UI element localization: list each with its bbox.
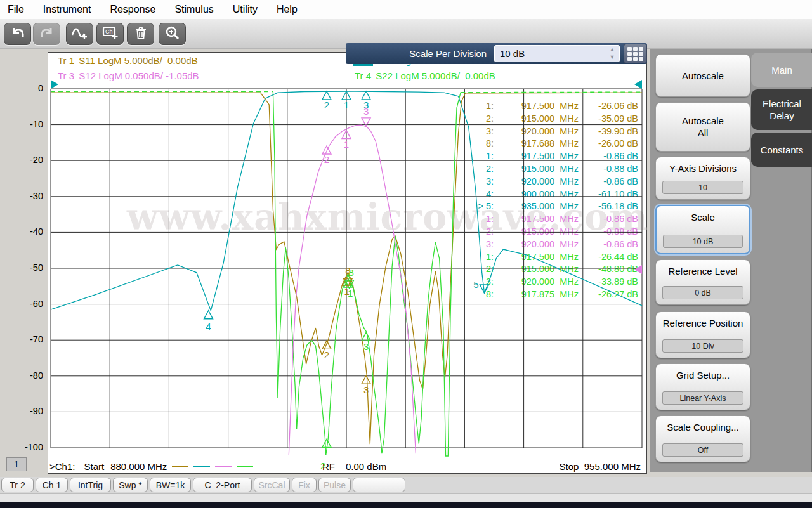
readout-cell: 2: [471, 163, 494, 176]
menu-bar: FileInstrumentResponseStimulusUtilityHel… [0, 0, 812, 19]
reference-level-button[interactable]: Reference Level0 dB [655, 259, 750, 305]
legend-tr4[interactable]: Tr 4 S22 LogM 5.000dB/ 0.00dB [353, 70, 495, 81]
spinner-up-icon[interactable]: ▲ [607, 47, 617, 53]
readout-cell: 3: [471, 238, 494, 251]
menu-utility[interactable]: Utility [233, 4, 258, 15]
statusbar-swp--button[interactable]: Swp * [113, 478, 148, 492]
channel-number-badge[interactable]: 1 [6, 457, 27, 471]
menu-stimulus[interactable]: Stimulus [174, 4, 213, 15]
trace-format: S11 LogM 5.000dB/ 0.00dB [76, 55, 198, 66]
readout-cell: 920.000 MHz [494, 176, 579, 188]
trace-tag: Tr 3 [56, 70, 76, 81]
tab-constants[interactable]: Constants [751, 133, 812, 167]
y-axis-divisions-button[interactable]: Y-Axis Divisions10 [655, 157, 750, 200]
tab-electrical-delay[interactable]: Electrical Delay [751, 89, 812, 130]
readout-cell: 935.000 MHz [494, 200, 579, 213]
readout-cell: -26.44 dB [579, 251, 638, 264]
start-label: Start [84, 461, 104, 472]
trace-format: S22 LogM 5.000dB/ 0.00dB [373, 70, 495, 81]
undo-button[interactable] [4, 23, 31, 45]
readout-cell: 3: [471, 276, 494, 289]
statusbar-c-2-port-button[interactable]: C 2-Port [193, 478, 252, 492]
scale-per-division-value: 10 dB [500, 48, 525, 59]
readout-cell: -0.86 dB [579, 213, 638, 226]
menu-instrument[interactable]: Instrument [43, 4, 91, 15]
spinner[interactable]: ▲ ▼ [607, 47, 617, 60]
menu-help[interactable]: Help [277, 4, 298, 15]
readout-cell: 900.000 MHz [494, 188, 579, 201]
add-channel-button[interactable]: Ch [96, 23, 124, 45]
scale-per-division-input[interactable]: 10 dB ▲ ▼ [494, 45, 620, 62]
statusbar-inttrig-button[interactable]: IntTrig [70, 478, 111, 492]
y-tick-label: -60 [18, 299, 43, 309]
trace2-color-dash [193, 466, 210, 467]
statusbar-empty-button [353, 478, 405, 492]
readout-cell: -61.10 dB [579, 188, 638, 201]
delete-trace-button[interactable] [127, 23, 154, 45]
readout-cell: 915.000 MHz [494, 113, 579, 126]
readout-row-s21: 4:900.000 MHz-61.10 dB [471, 188, 641, 201]
readout-cell: -26.06 dB [579, 100, 638, 113]
legend-tr1[interactable]: Tr 1 S11 LogM 5.000dB/ 0.00dB [56, 55, 198, 66]
readout-cell: 3: [471, 176, 494, 188]
spinner-down-icon[interactable]: ▼ [607, 55, 617, 60]
menu-response[interactable]: Response [110, 4, 155, 15]
scale-button[interactable]: Scale10 dB [655, 205, 750, 254]
readout-row-s22: 3:920.000 MHz-33.89 dB [471, 276, 641, 289]
y-tick-label: 0 [18, 83, 43, 93]
scale-coupling-button[interactable]: Scale Coupling...Off [655, 415, 750, 462]
y-tick-label: -100 [18, 442, 43, 452]
readout-cell: 920.000 MHz [494, 126, 579, 138]
y-tick-label: -50 [18, 263, 43, 273]
button-label: Reference Level [656, 260, 750, 277]
readout-cell: 917.688 MHz [494, 138, 579, 150]
readout-cell: -26.00 dB [579, 138, 638, 150]
statusbar-bw-1k-button[interactable]: BW=1k [150, 478, 191, 492]
svg-text:Ch: Ch [105, 29, 113, 35]
readout-cell: 917.500 MHz [494, 251, 579, 264]
menu-file[interactable]: File [8, 4, 24, 15]
readout-cell: -39.90 dB [579, 126, 638, 138]
zoom-button[interactable] [159, 23, 186, 45]
autoscale-all-button[interactable]: AutoscaleAll [655, 102, 750, 152]
y-tick-label: -20 [18, 155, 43, 165]
redo-icon [39, 25, 55, 43]
button-label: Autoscale [656, 70, 750, 82]
readout-cell: 2: [471, 113, 494, 126]
readout-row-s21: 3:920.000 MHz-0.86 dB [471, 176, 641, 188]
scale-per-division-bar: Scale Per Division 10 dB ▲ ▼ [346, 43, 647, 64]
button-label: Y-Axis Divisions [656, 157, 750, 174]
y-tick-label: -70 [18, 334, 43, 344]
readout-cell: 1: [471, 251, 494, 264]
scale-panel: Scale ✕ MainElectrical DelayConstants Au… [650, 24, 812, 472]
readout-cell: 4: [471, 188, 494, 201]
readout-row-s11: 8:917.688 MHz-26.00 dB [471, 138, 641, 150]
stop-readout: Stop 955.000 MHz [560, 461, 641, 472]
button-label: Scale Coupling... [656, 416, 750, 433]
delete-icon [133, 25, 148, 43]
keypad-button[interactable] [624, 44, 647, 63]
readout-cell: -48.80 dB [579, 263, 638, 276]
readout-cell: 915.000 MHz [494, 226, 579, 238]
readout-row-s21: > 5:935.000 MHz-56.18 dB [471, 200, 641, 213]
y-tick-label: -90 [18, 406, 43, 416]
readout-cell: 8: [471, 138, 494, 150]
lower-strip [0, 493, 812, 502]
autoscale-button[interactable]: Autoscale [655, 54, 750, 97]
button-value: 0 dB [662, 286, 743, 299]
readout-cell: -0.88 dB [579, 226, 638, 238]
trace-tag: Tr 1 [56, 55, 76, 66]
readout-cell: 917.875 MHz [494, 289, 579, 301]
button-label: Scale [657, 206, 749, 223]
scale-per-division-label: Scale Per Division [346, 48, 487, 59]
statusbar-tr-2-button[interactable]: Tr 2 [1, 478, 34, 492]
legend-tr3[interactable]: Tr 3 S12 LogM 0.050dB/ -1.05dB [56, 70, 199, 81]
tab-main[interactable]: Main [751, 53, 812, 87]
statusbar-ch-1-button[interactable]: Ch 1 [36, 478, 68, 492]
button-value: 10 [662, 181, 743, 194]
trace3-color-dash [215, 466, 232, 467]
readout-cell: 915.000 MHz [494, 163, 579, 176]
grid-setup-button[interactable]: Grid Setup...Linear Y-Axis [655, 363, 750, 410]
add-trace-button[interactable] [66, 23, 93, 45]
reference-position-button[interactable]: Reference Position10 Div [655, 311, 750, 358]
